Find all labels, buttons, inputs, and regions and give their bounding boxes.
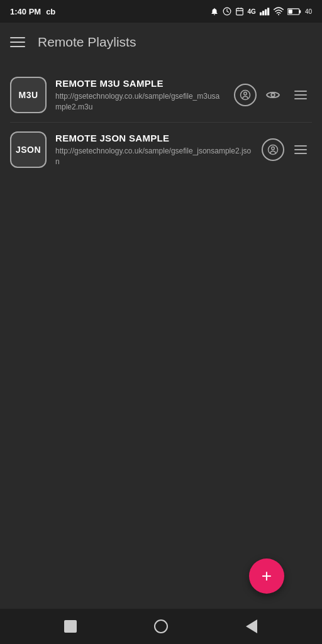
svg-rect-9 — [288, 9, 292, 13]
json-icon-badge: JSON — [10, 131, 47, 168]
playlist-item-json: JSON REMOTE JSON SAMPLE http://gsetechno… — [0, 123, 322, 177]
page-title: Remote Playlists — [38, 35, 136, 50]
svg-rect-2 — [260, 13, 262, 16]
svg-point-12 — [271, 93, 275, 97]
json-menu-button[interactable] — [289, 138, 312, 161]
bottom-nav — [0, 609, 322, 644]
eye-icon — [266, 90, 280, 100]
json-person-button[interactable] — [262, 138, 284, 161]
svg-rect-4 — [265, 9, 267, 16]
svg-point-6 — [278, 14, 279, 15]
battery-label: 40 — [305, 8, 312, 15]
menu-lines-icon — [294, 91, 307, 99]
m3u-info: REMOTE M3U SAMPLE http://gsetechnology.c… — [55, 78, 225, 113]
clock-icon — [223, 7, 231, 16]
m3u-person-button[interactable] — [234, 84, 257, 106]
person-circle-icon — [267, 144, 279, 155]
svg-point-14 — [272, 147, 275, 150]
svg-rect-5 — [267, 8, 269, 15]
time-label: 1:40 PM — [10, 7, 41, 16]
person-circle-icon — [240, 89, 251, 101]
calendar-icon — [235, 7, 244, 16]
home-icon — [154, 619, 168, 633]
svg-rect-3 — [262, 11, 264, 15]
add-playlist-fab[interactable]: + — [249, 558, 284, 594]
hamburger-menu-button[interactable] — [10, 37, 25, 47]
json-info: REMOTE JSON SAMPLE http://gsetechnology.… — [55, 133, 253, 167]
battery-icon — [287, 8, 301, 16]
content-area: M3U REMOTE M3U SAMPLE http://gsetechnolo… — [0, 62, 322, 609]
playlist-item-m3u: M3U REMOTE M3U SAMPLE http://gsetechnolo… — [0, 68, 322, 122]
network-type: 4G — [248, 8, 256, 15]
m3u-menu-button[interactable] — [289, 84, 312, 106]
m3u-name: REMOTE M3U SAMPLE — [55, 78, 225, 89]
json-url: http://gsetechnology.co.uk/sample/gsefil… — [55, 146, 253, 167]
json-icon-text: JSON — [16, 145, 41, 155]
alarm-icon — [210, 7, 219, 16]
back-button[interactable] — [243, 618, 260, 635]
fab-icon: + — [262, 567, 272, 585]
status-bar: 1:40 PM cb 4G — [0, 0, 322, 23]
status-left: 1:40 PM cb — [10, 7, 55, 16]
m3u-eye-button[interactable] — [262, 84, 284, 106]
svg-point-11 — [244, 92, 247, 96]
back-icon — [246, 619, 257, 633]
json-name: REMOTE JSON SAMPLE — [55, 133, 253, 143]
m3u-url: http://gsetechnology.co.uk/sample/gsefil… — [55, 91, 225, 113]
wifi-icon — [274, 7, 284, 16]
menu-lines-icon — [294, 145, 307, 154]
json-actions — [262, 138, 312, 161]
stop-button[interactable] — [62, 618, 79, 635]
status-right: 4G 40 — [210, 7, 312, 16]
signal-icon — [260, 7, 270, 16]
carrier-label: cb — [46, 7, 55, 16]
stop-icon — [64, 620, 77, 633]
m3u-icon-text: M3U — [18, 90, 38, 100]
m3u-actions — [234, 84, 312, 106]
top-bar: Remote Playlists — [0, 23, 322, 62]
svg-rect-1 — [236, 8, 243, 14]
home-button[interactable] — [152, 618, 170, 635]
svg-rect-8 — [299, 10, 301, 13]
m3u-icon-badge: M3U — [10, 77, 47, 113]
